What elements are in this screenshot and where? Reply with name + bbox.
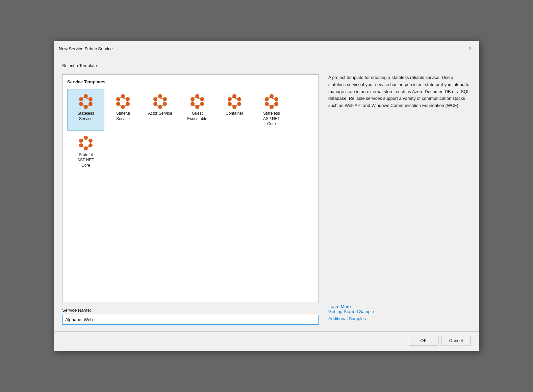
stateful-aspnet-core-icon [78,134,94,150]
template-label-container: Container [226,111,243,116]
dialog-body: Select a Template: Service Templates [54,56,479,331]
actor-service-icon [152,93,168,109]
templates-title: Service Templates [67,79,314,84]
guest-executable-icon [189,93,205,109]
template-item-stateless-aspnet-core[interactable]: StatelessASP.NETCore [253,89,290,131]
description-text: A project template for creating a statel… [328,74,471,300]
samples-section: Getting Started Sample Additional Sample… [328,309,471,325]
getting-started-sample-link[interactable]: Getting Started Sample [328,309,471,314]
template-item-stateful-aspnet-core[interactable]: StatefulASP.NETCore [67,131,104,172]
template-label-guest-executable: GuestExecutable [187,111,207,121]
service-name-input[interactable] [62,315,319,325]
container-icon [226,93,243,109]
close-button[interactable]: × [466,45,474,53]
additional-samples-link[interactable]: Additional Samples [328,316,471,321]
template-item-container[interactable]: Container [216,89,253,131]
title-bar: New Service Fabric Service × [54,41,479,56]
cancel-button[interactable]: Cancel [441,336,471,345]
main-content: Service Templates [62,74,471,325]
template-label-stateless-service: StatelessService [77,111,94,121]
ok-button[interactable]: OK [409,336,438,345]
dialog-title: New Service Fabric Service [59,46,113,51]
select-template-label: Select a Template: [62,63,471,68]
template-item-stateless-service[interactable]: StatelessService [67,89,104,131]
stateless-aspnet-core-icon [263,93,280,109]
template-grid: StatelessService [67,89,314,172]
learn-more-link[interactable]: Learn More [328,304,471,309]
template-label-stateful-service: StatefulService [116,111,130,121]
stateful-service-icon [115,93,131,109]
template-label-stateful-aspnet-core: StatefulASP.NETCore [77,152,94,168]
template-label-stateless-aspnet-core: StatelessASP.NETCore [263,111,280,127]
footer: OK Cancel [54,331,479,351]
dialog: New Service Fabric Service × Select a Te… [54,41,479,351]
template-box: Service Templates [62,74,319,303]
left-panel: Service Templates [62,74,319,325]
right-panel: A project template for creating a statel… [319,74,471,325]
template-item-stateful-service[interactable]: StatefulService [104,89,142,131]
stateless-service-icon [78,93,94,109]
template-item-actor-service[interactable]: Actor Service [142,89,179,131]
template-item-guest-executable[interactable]: GuestExecutable [179,89,216,131]
service-name-label: Service Name: [62,308,319,313]
service-name-section: Service Name: [62,308,319,325]
template-label-actor-service: Actor Service [148,111,172,116]
